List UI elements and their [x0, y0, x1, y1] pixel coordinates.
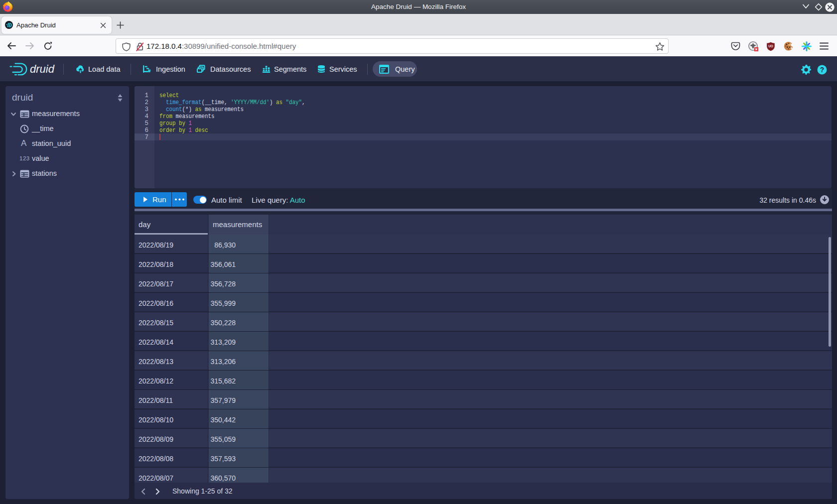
- svg-text:?: ?: [820, 66, 825, 74]
- svg-text:UO: UO: [768, 44, 773, 48]
